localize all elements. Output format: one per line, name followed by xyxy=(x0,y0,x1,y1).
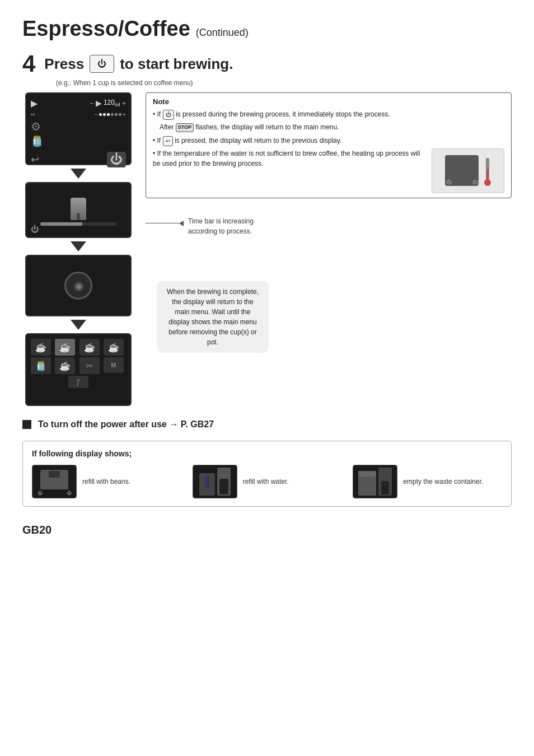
display-caption-beans: refill with beans. xyxy=(82,478,130,486)
display-caption-waste: empty the waste container. xyxy=(403,478,483,486)
note-item-2: • If ↩ is pressed, the display will retu… xyxy=(153,136,504,146)
display-caption-water: refill with water. xyxy=(243,478,289,486)
display-box: If following display shows; ⏻ ⏻ refill w… xyxy=(22,441,512,507)
step-label-press: Press xyxy=(44,55,84,73)
menu-cell-cap: ☕ xyxy=(104,339,124,356)
display-item-waste: empty the waste container. xyxy=(353,465,502,498)
menu-cell-espresso: ☕ xyxy=(31,339,51,356)
time-bar-annotation: Time bar is increasingaccording to proce… xyxy=(146,216,512,236)
menu-foot-btn: ƒ xyxy=(68,376,88,388)
brew-button-icon: ⏻ xyxy=(90,55,114,73)
note-box: Note • If ⏻ is pressed during the brewin… xyxy=(146,92,512,198)
arrow-1 xyxy=(71,169,86,179)
power-off-text: To turn off the power after use → P. GB2… xyxy=(38,419,214,430)
menu-cell-hot: 🫙 xyxy=(31,357,51,374)
step-label-action: to start brewing. xyxy=(120,55,233,73)
menu-cell-steam: ☕ xyxy=(55,357,75,374)
note-item-1: • If ⏻ is pressed during the brewing pro… xyxy=(153,109,504,120)
brewing-complete-bubble: When the brewing is complete, the displa… xyxy=(157,270,512,353)
page-title: Espresso/Coffee (Continued) xyxy=(22,17,512,41)
complete-icon: ◉ xyxy=(64,272,92,300)
step-subtitle: (e.g.: When 1 cup is selected on coffee … xyxy=(56,79,512,87)
menu-cell-latte: ☕ xyxy=(79,339,100,356)
menu-cell-clean: ✂ xyxy=(79,357,100,374)
display-item-beans: ⏻ ⏻ refill with beans. xyxy=(32,465,181,498)
power-off-section: To turn off the power after use → P. GB2… xyxy=(22,419,512,430)
screens-column: ▶ − ▶ 120ml + ▪▪ − xyxy=(22,92,134,406)
back-btn-inline: ↩ xyxy=(163,136,173,146)
menu-cell-m: M xyxy=(104,357,124,373)
note-title: Note xyxy=(153,97,504,106)
display-thumb-water xyxy=(193,465,237,498)
note-item-3: • If the temperature of the water is not… xyxy=(153,148,426,169)
display-item-water: refill with water. xyxy=(193,465,342,498)
step-number: 4 xyxy=(22,52,35,76)
stop-badge: STOP xyxy=(176,123,194,132)
page-number: GB20 xyxy=(22,524,512,536)
black-square-icon xyxy=(22,420,31,429)
display-row: ⏻ ⏻ refill with beans. refill w xyxy=(32,465,502,498)
temperature-image: ⏻ ⏻ xyxy=(432,148,504,193)
display-thumb-beans: ⏻ ⏻ xyxy=(32,465,77,498)
menu-cell-coffee: ☕ xyxy=(55,339,75,356)
note-item-1b: After STOP flashes, the display will ret… xyxy=(160,122,504,132)
arrow-3 xyxy=(71,320,86,330)
time-bar-text: Time bar is increasingaccording to proce… xyxy=(188,216,254,236)
screen-complete: ◉ xyxy=(25,255,132,316)
screen-menu: ▶ − ▶ 120ml + ▪▪ − xyxy=(25,92,132,165)
screen-brewing: ⏻ xyxy=(25,182,132,238)
speech-bubble-text: When the brewing is complete, the displa… xyxy=(157,281,269,353)
arrow-2 xyxy=(71,241,86,251)
power-btn-inline: ⏻ xyxy=(163,110,174,120)
screen-main-menu: ☕ ☕ ☕ ☕ 🫙 ☕ ✂ M ƒ xyxy=(25,333,132,406)
display-box-title: If following display shows; xyxy=(32,449,502,458)
display-thumb-waste xyxy=(353,465,397,498)
